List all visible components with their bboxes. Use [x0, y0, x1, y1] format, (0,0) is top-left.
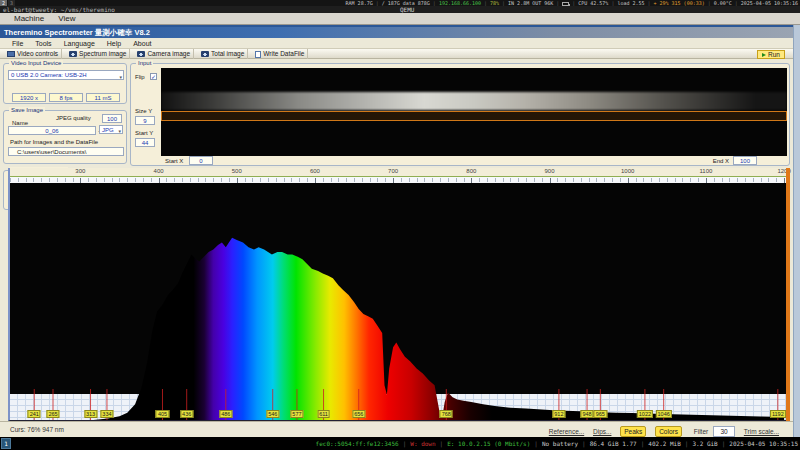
- ruler-tick-label: 600: [310, 168, 320, 174]
- ruler-tick: [479, 178, 480, 182]
- reference-line-label: 241: [28, 410, 41, 418]
- flip-checkbox[interactable]: ✓: [150, 73, 157, 80]
- filter-label: Filter: [694, 428, 708, 435]
- write-datafile-button[interactable]: Write DataFile: [252, 49, 308, 59]
- ruler-tick: [49, 178, 50, 182]
- reference-line-label: 1022: [637, 410, 653, 418]
- app-menu-about[interactable]: About: [133, 40, 151, 47]
- ruler-tick: [88, 178, 89, 182]
- ruler-tick: [448, 178, 449, 182]
- trim-scale-button[interactable]: Trim scale...: [744, 426, 779, 437]
- ruler-tick: [401, 178, 402, 182]
- ruler-tick: [456, 178, 457, 182]
- separator: |: [685, 440, 689, 447]
- reference-line-label: 436: [180, 410, 193, 418]
- colors-toggle[interactable]: Colors: [655, 426, 682, 437]
- ruler-tick: [221, 178, 222, 182]
- path-field[interactable]: C:\users\user\Documents\: [8, 147, 124, 156]
- file-name-field[interactable]: 0_06: [8, 126, 96, 135]
- start-y-field[interactable]: 44: [135, 138, 155, 147]
- save-image-group-title: Save Image: [9, 107, 45, 114]
- chevron-down-icon: ▾: [118, 127, 121, 135]
- size-y-field[interactable]: 9: [135, 116, 155, 125]
- ruler-tick: [291, 178, 292, 182]
- ruler-tick-label: 700: [388, 168, 398, 174]
- start-y-label: Start Y: [135, 130, 153, 136]
- reference-line-label: 768: [440, 410, 453, 418]
- ruler-tick: [440, 178, 441, 182]
- spectrum-chart[interactable]: 2412653133344054364865465776116567689129…: [8, 183, 788, 421]
- ruler-tick: [245, 178, 246, 182]
- ruler-tick: [198, 178, 199, 182]
- video-controls-button[interactable]: Video controls: [4, 49, 62, 59]
- app-menu-tools[interactable]: Tools: [35, 40, 51, 47]
- reference-line-label: 265: [46, 410, 59, 418]
- separator: |: [534, 440, 538, 447]
- app-menu-language[interactable]: Language: [64, 40, 95, 47]
- ruler-tick: [33, 178, 34, 182]
- ruler-tick-label: 400: [154, 168, 164, 174]
- qemu-menu-machine[interactable]: Machine: [14, 14, 44, 23]
- ruler-tick: [596, 178, 597, 182]
- ruler-tick: [667, 178, 668, 182]
- camera-preview[interactable]: [161, 68, 787, 156]
- reference-line-label: 546: [266, 410, 279, 418]
- app-menu-bar: FileToolsLanguageHelpAbout: [0, 38, 793, 49]
- app-menu-file[interactable]: File: [12, 40, 23, 47]
- start-x-label: Start X: [165, 158, 183, 164]
- reference-line-label: 334: [100, 410, 113, 418]
- ruler-tick: [682, 178, 683, 182]
- ruler-tick: [41, 178, 42, 182]
- spectrum-plot: [10, 183, 788, 421]
- reference-button[interactable]: Reference...: [549, 426, 584, 437]
- ruler-tick: [205, 178, 206, 182]
- separator: |: [722, 440, 726, 447]
- flip-label: Flip: [135, 74, 145, 80]
- ruler-tick: [424, 178, 425, 182]
- start-x-field[interactable]: 0: [189, 156, 213, 165]
- ruler-tick: [604, 178, 605, 182]
- workspace-button[interactable]: 1: [1, 438, 11, 449]
- peaks-toggle[interactable]: Peaks: [620, 426, 646, 437]
- right-scroll-strip[interactable]: [793, 25, 800, 437]
- ruler-tick: [542, 178, 543, 182]
- ruler-tick: [557, 178, 558, 182]
- ruler-tick: [151, 178, 152, 182]
- ruler-tick: [534, 178, 535, 182]
- ruler-tick: [636, 178, 637, 182]
- ruler-tick: [338, 178, 339, 182]
- screen: 23 RAM 28.7G|/ 187G data 878G|192.168.66…: [0, 0, 800, 450]
- ruler-tick: [284, 178, 285, 182]
- jpeg-quality-field[interactable]: 100: [102, 114, 122, 123]
- qemu-menu-view[interactable]: View: [58, 14, 75, 23]
- scale-end-marker[interactable]: [786, 168, 790, 433]
- ruler-tick: [96, 178, 97, 182]
- separator: |: [440, 440, 444, 447]
- end-x-field[interactable]: 100: [733, 156, 757, 165]
- run-button[interactable]: Run: [757, 50, 785, 59]
- reference-line-label: 912: [552, 410, 565, 418]
- dips-button[interactable]: Dips...: [593, 426, 611, 437]
- document-icon: [255, 51, 261, 58]
- video-device-dropdown[interactable]: 0 USB 2.0 Camera: USB-2H▾: [8, 70, 124, 80]
- file-ext-dropdown[interactable]: JPG▾: [99, 125, 123, 134]
- filter-field[interactable]: 30: [713, 426, 735, 437]
- ruler-tick: [10, 178, 11, 182]
- ruler-tick: [65, 178, 66, 182]
- app-menu-help[interactable]: Help: [107, 40, 121, 47]
- camera-image-button[interactable]: Camera image: [134, 49, 194, 59]
- ruler-tick: [182, 178, 183, 182]
- ruler-tick: [127, 178, 128, 182]
- ruler-tick: [432, 178, 433, 182]
- app-title-bar[interactable]: Theremino Spectrometer 量測小確幸 V8.2: [0, 27, 793, 38]
- ruler-tick-label: 1000: [621, 168, 634, 174]
- wavelength-ruler[interactable]: 300400500600700800900100011001200: [8, 168, 788, 183]
- ruler-tick: [112, 178, 113, 182]
- spectrum-image-button[interactable]: Spectrum image: [66, 49, 130, 59]
- capture-selection-rect[interactable]: [161, 111, 787, 121]
- total-image-button[interactable]: Total image: [198, 49, 248, 59]
- ruler-tick: [714, 178, 715, 182]
- ruler-tick: [698, 178, 699, 182]
- ruler-tick: [268, 178, 269, 182]
- input-group: Input Flip ✓ Size Y 9 Start Y 44 Start X…: [130, 63, 790, 166]
